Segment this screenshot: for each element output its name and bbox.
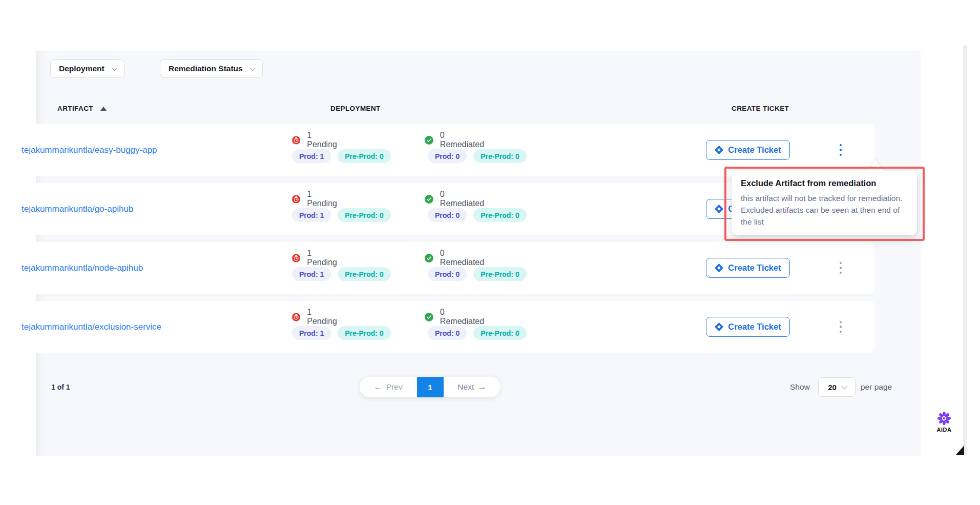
- remediated-count-label: 0 Remediated: [440, 308, 485, 326]
- column-header-create-ticket: CREATE TICKET: [732, 105, 789, 112]
- prod-badge: Prod: 0: [428, 208, 467, 222]
- pending-count-label: 1 Pending: [307, 190, 339, 208]
- pending-icon: [292, 135, 300, 145]
- tooltip-title: Exclude Artifact from remediation: [741, 178, 908, 188]
- preprod-badge: Pre-Prod: 0: [338, 267, 390, 281]
- pager: ← Prev 1 Next →: [360, 377, 501, 397]
- remediated-count-label: 0 Remediated: [440, 190, 485, 208]
- right-arrow-icon: →: [478, 383, 486, 391]
- page-range-label: 1 of 1: [51, 383, 70, 391]
- aida-widget[interactable]: AIDA: [935, 411, 953, 433]
- page-size-select[interactable]: 20: [818, 377, 856, 397]
- chevron-down-icon: [249, 65, 255, 71]
- next-page-button[interactable]: Next →: [444, 377, 501, 397]
- pending-icon: [292, 312, 300, 322]
- diamond-ticket-icon: [715, 205, 723, 213]
- diamond-ticket-icon: [715, 322, 723, 331]
- table-row: tejakummarikuntla/node-apihub 1 Pending …: [12, 242, 874, 294]
- kebab-menu-icon[interactable]: [835, 301, 846, 353]
- preprod-badge: Pre-Prod: 0: [473, 267, 526, 281]
- table-row: tejakummarikuntla/exclusion-service 1 Pe…: [12, 301, 874, 353]
- tooltip-body: this artifact will not be tracked for re…: [741, 192, 910, 228]
- pending-icon: [292, 194, 300, 204]
- success-check-icon: [425, 135, 433, 145]
- pending-icon: [292, 253, 300, 263]
- current-page-button[interactable]: 1: [417, 377, 444, 397]
- pending-count-label: 1 Pending: [307, 308, 339, 326]
- prod-badge: Prod: 0: [428, 326, 467, 340]
- prod-badge: Prod: 1: [292, 208, 331, 222]
- per-page-label: per page: [861, 382, 892, 392]
- artifact-link[interactable]: tejakummarikuntla/go-apihub: [22, 204, 133, 214]
- page: Deployment Remediation Status ARTIFACT D…: [0, 0, 980, 505]
- success-check-icon: [425, 194, 433, 204]
- remediation-status-filter-dropdown[interactable]: Remediation Status: [160, 59, 263, 78]
- prod-badge: Prod: 0: [428, 267, 467, 281]
- remediated-count-label: 0 Remediated: [440, 249, 485, 267]
- preprod-badge: Pre-Prod: 0: [338, 149, 390, 163]
- column-header-artifact[interactable]: ARTIFACT: [57, 105, 107, 112]
- create-ticket-button[interactable]: Create Ticket: [706, 258, 790, 278]
- deployment-filter-label: Deployment: [59, 64, 105, 73]
- vertical-scrollbar[interactable]: [963, 45, 967, 455]
- exclude-artifact-tooltip: Exclude Artifact from remediation this a…: [732, 171, 917, 235]
- preprod-badge: Pre-Prod: 0: [473, 326, 526, 340]
- remediated-count-label: 0 Remediated: [440, 131, 485, 149]
- table-row: tejakummarikuntla/easy-buggy-app 1 Pendi…: [12, 124, 874, 176]
- tooltip-caret: [868, 160, 883, 171]
- diamond-ticket-icon: [715, 146, 723, 154]
- success-check-icon: [425, 312, 433, 322]
- chevron-down-icon: [842, 383, 847, 389]
- sort-asc-icon: [100, 107, 107, 111]
- pending-count-label: 1 Pending: [307, 131, 339, 149]
- pending-count-label: 1 Pending: [307, 249, 339, 267]
- preprod-badge: Pre-Prod: 0: [473, 149, 526, 163]
- page-size-value: 20: [828, 383, 837, 392]
- table-header-row: ARTIFACT DEPLOYMENT CREATE TICKET: [36, 104, 921, 120]
- prod-badge: Prod: 1: [292, 326, 331, 340]
- create-ticket-button[interactable]: Create Ticket: [706, 140, 790, 160]
- left-arrow-icon: ←: [374, 383, 382, 391]
- logo-text: AIDA: [937, 427, 952, 433]
- create-ticket-button[interactable]: Create Ticket: [706, 317, 790, 337]
- prod-badge: Prod: 1: [292, 267, 331, 281]
- flower-logo-icon: [937, 411, 951, 426]
- artifact-link[interactable]: tejakummarikuntla/node-apihub: [22, 263, 143, 273]
- kebab-menu-icon[interactable]: [835, 242, 846, 294]
- artifact-link[interactable]: tejakummarikuntla/easy-buggy-app: [22, 145, 157, 155]
- diamond-ticket-icon: [715, 264, 723, 272]
- deployment-filter-dropdown[interactable]: Deployment: [50, 59, 124, 78]
- preprod-badge: Pre-Prod: 0: [473, 208, 526, 222]
- prod-badge: Prod: 0: [428, 149, 467, 163]
- artifact-link[interactable]: tejakummarikuntla/exclusion-service: [22, 322, 161, 332]
- prod-badge: Prod: 1: [292, 149, 331, 163]
- prev-page-button[interactable]: ← Prev: [360, 377, 417, 397]
- chevron-down-icon: [111, 65, 117, 71]
- cursor-icon: [956, 446, 964, 455]
- artifact-header-label: ARTIFACT: [57, 105, 93, 112]
- preprod-badge: Pre-Prod: 0: [338, 326, 390, 340]
- column-header-deployment: DEPLOYMENT: [330, 105, 381, 112]
- remediation-status-filter-label: Remediation Status: [169, 64, 243, 73]
- show-label: Show: [790, 382, 810, 392]
- preprod-badge: Pre-Prod: 0: [338, 208, 390, 222]
- success-check-icon: [425, 253, 433, 263]
- kebab-menu-icon[interactable]: [835, 124, 846, 176]
